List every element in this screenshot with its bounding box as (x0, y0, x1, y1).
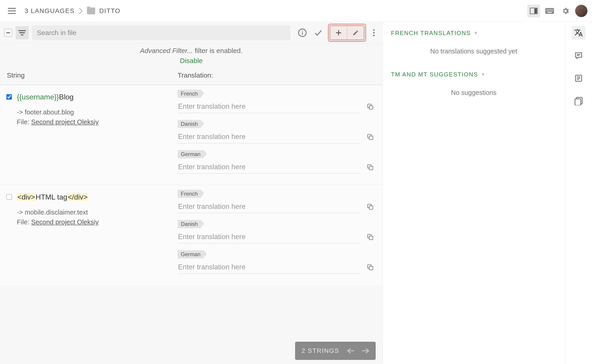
svg-rect-1 (534, 8, 537, 13)
string-count-label: 2 STRINGS (301, 347, 339, 354)
chevron-down-icon: ▼ (474, 31, 479, 36)
side-section-french-translations[interactable]: FRENCH TRANSLATIONS ▼ (391, 30, 557, 37)
translation-input[interactable] (178, 261, 360, 274)
translation-block: German (178, 250, 376, 274)
collapse-all-button[interactable] (4, 29, 12, 37)
filter-notice: Advanced Filter... filter is enabled. (0, 44, 383, 57)
svg-rect-7 (552, 9, 553, 10)
html-open-tag: <div> (17, 193, 35, 201)
string-context: -> mobile.disclaimer.text (17, 208, 173, 217)
language-chip: Danish (178, 220, 201, 228)
svg-rect-13 (548, 12, 552, 13)
svg-rect-14 (6, 32, 10, 33)
breadcrumb-languages[interactable]: 3 LANGUAGES (25, 7, 75, 14)
language-chip: French (178, 190, 201, 198)
breadcrumb-file[interactable]: DITTO (99, 7, 120, 14)
side-section2-label: TM AND MT SUGGESTIONS (391, 71, 478, 78)
side-empty-suggestions: No suggestions (391, 78, 557, 112)
string-row: <div>HTML tag</div>-> mobile.disclaimer.… (0, 185, 383, 285)
string-checkbox[interactable] (6, 94, 12, 100)
translation-input[interactable] (178, 200, 360, 213)
svg-rect-30 (369, 236, 373, 240)
string-checkbox[interactable] (6, 194, 12, 200)
breadcrumb: 3 LANGUAGES DITTO (25, 7, 120, 14)
string-file-line: File: Second project Oleksiy (17, 217, 173, 227)
checkmark-icon[interactable] (312, 26, 325, 39)
svg-rect-6 (551, 9, 552, 10)
svg-rect-4 (548, 9, 549, 10)
column-header-string: String (0, 72, 178, 79)
search-input-wrapper (32, 26, 291, 40)
file-link[interactable]: Second project Oleksiy (31, 118, 99, 126)
copy-source-icon[interactable] (365, 262, 376, 273)
svg-rect-34 (577, 77, 580, 77)
side-section-tm-mt[interactable]: TM AND MT SUGGESTIONS ▼ (391, 71, 557, 78)
chevron-down-icon: ▼ (481, 72, 486, 77)
svg-rect-9 (548, 10, 549, 11)
copy-source-icon[interactable] (365, 101, 376, 112)
svg-rect-32 (369, 266, 373, 270)
edit-button[interactable] (347, 26, 364, 39)
string-context: -> footer.about.blog (17, 107, 173, 117)
translation-block: Danish (178, 220, 376, 243)
svg-rect-28 (369, 206, 373, 209)
svg-rect-26 (369, 166, 373, 170)
rail-comments-icon[interactable] (572, 49, 585, 62)
menu-icon[interactable] (5, 4, 19, 18)
svg-rect-36 (577, 79, 579, 80)
info-icon[interactable] (296, 26, 309, 39)
translation-block: French (178, 190, 376, 213)
svg-rect-11 (551, 10, 552, 11)
source-string[interactable]: <div>HTML tag</div> (17, 192, 88, 202)
add-button[interactable] (330, 26, 347, 39)
translation-block: German (178, 150, 376, 174)
svg-rect-8 (546, 10, 547, 11)
rail-translate-icon[interactable] (572, 26, 585, 39)
avatar[interactable] (575, 5, 587, 17)
search-input[interactable] (37, 29, 286, 37)
add-edit-highlighted-group (328, 24, 366, 42)
svg-rect-10 (549, 10, 550, 11)
more-icon[interactable] (369, 26, 379, 39)
string-row: {{username}}Blog-> footer.about.blogFile… (0, 85, 383, 185)
side-section1-label: FRENCH TRANSLATIONS (391, 30, 471, 37)
copy-source-icon[interactable] (365, 162, 376, 173)
copy-source-icon[interactable] (365, 201, 376, 212)
language-chip: German (178, 250, 204, 259)
next-arrow-button[interactable] (362, 348, 369, 354)
svg-rect-35 (577, 78, 580, 79)
side-empty-translations: No translations suggested yet (391, 37, 557, 71)
translation-input[interactable] (178, 161, 360, 174)
svg-rect-22 (369, 105, 373, 109)
column-header-translation: Translation: (178, 72, 383, 79)
translation-input[interactable] (178, 100, 360, 113)
folder-icon (87, 7, 95, 14)
column-headers: String Translation: (0, 69, 383, 85)
string-file-line: File: Second project Oleksiy (17, 117, 173, 127)
prev-arrow-button[interactable] (347, 348, 354, 354)
rail-glossary-icon[interactable] (572, 94, 585, 108)
placeholder-token: {{username}} (17, 93, 59, 101)
svg-rect-17 (302, 32, 303, 35)
keyboard-icon[interactable] (543, 5, 556, 17)
translation-input[interactable] (178, 130, 360, 143)
svg-rect-12 (552, 10, 553, 11)
filter-name: Advanced Filter... (140, 47, 193, 54)
rail-context-icon[interactable] (572, 72, 585, 85)
language-chip: German (178, 150, 204, 158)
language-chip: French (178, 90, 201, 98)
layout-toggle-split-button[interactable] (527, 5, 540, 17)
filter-button[interactable] (15, 26, 29, 39)
html-close-tag: </div> (67, 193, 88, 201)
copy-source-icon[interactable] (365, 232, 376, 242)
source-string[interactable]: {{username}}Blog (17, 92, 73, 102)
translation-input[interactable] (178, 230, 360, 243)
filter-notice-rest: filter is enabled. (193, 47, 242, 54)
file-link[interactable]: Second project Oleksiy (31, 218, 99, 226)
settings-icon[interactable] (559, 5, 572, 17)
svg-point-16 (302, 31, 303, 31)
svg-rect-3 (546, 9, 547, 10)
translation-block: French (178, 90, 376, 113)
copy-source-icon[interactable] (365, 131, 376, 143)
disable-filter-link[interactable]: Disable (0, 57, 383, 69)
